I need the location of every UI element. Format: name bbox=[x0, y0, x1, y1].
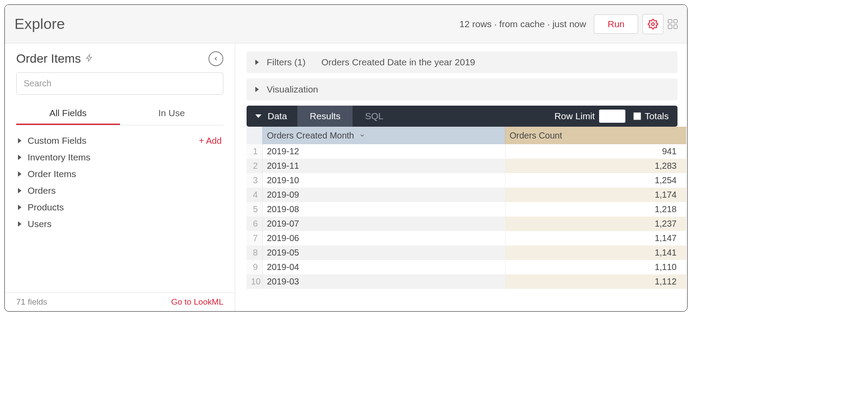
row-number: 4 bbox=[247, 188, 262, 202]
explore-name: Order Items bbox=[16, 52, 81, 66]
gear-icon bbox=[648, 19, 658, 29]
row-limit-label: Row Limit bbox=[554, 111, 595, 121]
caret-right-icon bbox=[18, 171, 21, 177]
table-row: 102019-031,112 bbox=[247, 274, 686, 289]
caret-right-icon bbox=[18, 138, 21, 143]
row-number: 2 bbox=[247, 159, 262, 173]
table-row: 12019-12941 bbox=[247, 144, 686, 159]
caret-right-icon bbox=[18, 221, 21, 227]
cell-count[interactable]: 1,254 bbox=[505, 173, 686, 188]
collapse-sidebar-button[interactable] bbox=[208, 51, 223, 66]
sort-desc-icon bbox=[359, 131, 365, 141]
column-header-month[interactable]: Orders Created Month bbox=[262, 127, 505, 144]
cell-count[interactable]: 941 bbox=[505, 144, 686, 159]
data-label: Data bbox=[268, 111, 287, 121]
svg-point-0 bbox=[652, 23, 654, 25]
cell-count[interactable]: 1,174 bbox=[505, 188, 686, 202]
column-header-count[interactable]: Orders Count bbox=[505, 127, 686, 144]
sidebar-footer: 71 fields Go to LookML bbox=[5, 292, 235, 311]
field-search-input[interactable] bbox=[16, 72, 223, 95]
row-number: 6 bbox=[247, 217, 262, 231]
settings-button[interactable] bbox=[642, 14, 663, 34]
cell-month[interactable]: 2019-05 bbox=[262, 245, 505, 260]
dashboard-grid-icon[interactable] bbox=[668, 19, 677, 29]
table-row: 22019-111,283 bbox=[247, 159, 686, 173]
cell-count[interactable]: 1,112 bbox=[505, 274, 686, 289]
field-picker-sidebar: Order Items All Fields In Use Custom Fie… bbox=[5, 43, 235, 311]
caret-right-icon bbox=[255, 87, 259, 92]
field-group-label: Order Items bbox=[28, 169, 76, 179]
caret-right-icon bbox=[18, 155, 21, 160]
table-row: 42019-091,174 bbox=[247, 188, 686, 202]
tab-sql[interactable]: SQL bbox=[353, 106, 395, 127]
cell-month[interactable]: 2019-08 bbox=[262, 202, 505, 217]
chevron-left-icon bbox=[213, 56, 219, 62]
field-tabs: All Fields In Use bbox=[16, 103, 223, 125]
filters-label: Filters (1) bbox=[267, 57, 306, 68]
header: Explore 12 rows · from cache · just now … bbox=[5, 5, 687, 43]
table-row: 52019-081,218 bbox=[247, 202, 686, 217]
field-group[interactable]: Order Items bbox=[16, 166, 223, 182]
visualization-label: Visualization bbox=[267, 84, 318, 95]
main-panel: Filters (1) Orders Created Date in the y… bbox=[235, 43, 687, 311]
field-group-label: Custom Fields bbox=[28, 135, 86, 146]
cell-count[interactable]: 1,283 bbox=[505, 159, 686, 173]
cell-month[interactable]: 2019-09 bbox=[262, 188, 505, 202]
filters-panel-toggle[interactable]: Filters (1) Orders Created Date in the y… bbox=[247, 51, 677, 73]
run-button[interactable]: Run bbox=[594, 14, 638, 34]
tab-in-use[interactable]: In Use bbox=[120, 103, 224, 125]
caret-right-icon bbox=[255, 60, 259, 65]
cell-count[interactable]: 1,141 bbox=[505, 245, 686, 260]
visualization-panel-toggle[interactable]: Visualization bbox=[247, 78, 677, 100]
cell-count[interactable]: 1,218 bbox=[505, 202, 686, 217]
row-number: 10 bbox=[247, 274, 262, 289]
row-number-header bbox=[247, 127, 262, 144]
filters-summary: Orders Created Date in the year 2019 bbox=[321, 57, 475, 68]
table-row: 72019-061,147 bbox=[247, 231, 686, 245]
cell-count[interactable]: 1,110 bbox=[505, 260, 686, 274]
row-number: 5 bbox=[247, 202, 262, 217]
field-group-label: Users bbox=[28, 219, 52, 229]
field-group[interactable]: Products bbox=[16, 199, 223, 216]
field-group-label: Inventory Items bbox=[28, 152, 91, 163]
cell-month[interactable]: 2019-06 bbox=[262, 231, 505, 245]
field-count: 71 fields bbox=[16, 297, 47, 307]
cell-month[interactable]: 2019-04 bbox=[262, 260, 505, 274]
page-title: Explore bbox=[14, 15, 65, 32]
row-number: 1 bbox=[247, 144, 262, 159]
totals-checkbox[interactable] bbox=[633, 112, 641, 120]
cell-count[interactable]: 1,237 bbox=[505, 217, 686, 231]
table-row: 82019-051,141 bbox=[247, 245, 686, 260]
field-group[interactable]: Orders bbox=[16, 182, 223, 199]
field-group[interactable]: Users bbox=[16, 216, 223, 232]
field-group-label: Orders bbox=[28, 185, 56, 196]
field-group[interactable]: Custom Fields+ Add bbox=[16, 132, 223, 149]
row-number: 3 bbox=[247, 173, 262, 188]
caret-right-icon bbox=[18, 205, 21, 210]
app-window: Explore 12 rows · from cache · just now … bbox=[4, 4, 688, 312]
bolt-icon bbox=[85, 53, 93, 65]
tab-results[interactable]: Results bbox=[297, 106, 353, 127]
row-limit-input[interactable] bbox=[599, 110, 625, 123]
tab-all-fields[interactable]: All Fields bbox=[16, 103, 120, 125]
results-table: Orders Created Month Orders Count 12019-… bbox=[247, 127, 686, 289]
row-number: 9 bbox=[247, 260, 262, 274]
query-status: 12 rows · from cache · just now bbox=[459, 19, 586, 29]
row-number: 8 bbox=[247, 245, 262, 260]
cell-month[interactable]: 2019-10 bbox=[262, 173, 505, 188]
cell-month[interactable]: 2019-03 bbox=[262, 274, 505, 289]
add-custom-field-link[interactable]: + Add bbox=[199, 136, 222, 146]
cell-month[interactable]: 2019-12 bbox=[262, 144, 505, 159]
caret-right-icon bbox=[18, 188, 21, 193]
table-row: 92019-041,110 bbox=[247, 260, 686, 274]
cell-count[interactable]: 1,147 bbox=[505, 231, 686, 245]
cell-month[interactable]: 2019-07 bbox=[262, 217, 505, 231]
caret-down-icon[interactable] bbox=[255, 114, 261, 118]
field-group[interactable]: Inventory Items bbox=[16, 149, 223, 166]
go-to-lookml-link[interactable]: Go to LookML bbox=[171, 297, 223, 307]
row-number: 7 bbox=[247, 231, 262, 245]
totals-label: Totals bbox=[645, 111, 669, 121]
data-panel-bar: Data Results SQL Row Limit Totals bbox=[247, 106, 677, 127]
field-group-label: Products bbox=[28, 202, 64, 213]
cell-month[interactable]: 2019-11 bbox=[262, 159, 505, 173]
